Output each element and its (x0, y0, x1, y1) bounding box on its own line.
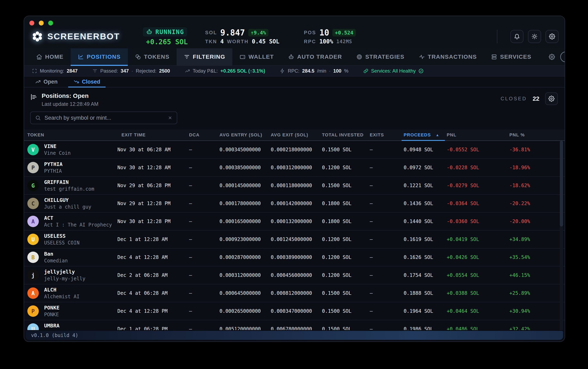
main-nav: HOME POSITIONS TOKENS FILTERING WALLET A… (24, 48, 565, 66)
table-row[interactable]: AALCHAlchemist AI Dec 4 at 06:28 AM – 0.… (24, 284, 565, 302)
settings-button[interactable] (546, 30, 559, 43)
closed-count-label: CLOSED (501, 96, 527, 101)
scrollbar-thumb[interactable] (560, 141, 563, 227)
column-header-pnl-pct[interactable]: PNL % (509, 132, 565, 138)
pnl-value: +0.0464 SOL (447, 308, 509, 314)
status-passed-rejected: Passed: 347 · Rejected: 2500 (92, 68, 170, 74)
column-header-exit-time[interactable]: EXIT TIME (117, 132, 189, 138)
column-header-exits[interactable]: EXITS (370, 132, 404, 138)
total-invested-value: 0.1200 SOL (322, 254, 370, 260)
exits-value: – (370, 290, 404, 296)
theme-toggle-button[interactable] (528, 30, 541, 43)
token-name: Act I : The AI Prophecy (44, 222, 112, 228)
total-invested-value: 0.1500 SOL (322, 308, 370, 314)
token-symbol: ACT (44, 215, 112, 221)
positions-stat-block: POS 10 +0.524 RPC 100% 142MS (304, 29, 356, 44)
nav-settings-icon[interactable] (549, 54, 555, 60)
proceeds-value: 0.1619 SOL (404, 237, 447, 242)
app-header: SCREENERBOT RUNNING +0.265 SOL SOL 9.847… (24, 16, 565, 48)
status-today-pnl: Today P&L: +0.265 SOL (↑3.1%) (185, 68, 265, 74)
nav-item-wallet[interactable]: WALLET (232, 48, 281, 65)
search-icon (35, 115, 41, 121)
table-row[interactable]: BBanComedian Dec 4 at 12:28 AM – 0.00028… (24, 249, 565, 267)
exit-time: Nov 29 at 06:28 PM (117, 183, 189, 188)
token-avatar: P (27, 305, 39, 317)
token-symbol: UMBRA (44, 323, 59, 329)
pnl-value: +0.0554 SOL (447, 272, 509, 278)
server-icon (491, 54, 497, 60)
nav-item-positions[interactable]: POSITIONS (71, 48, 128, 65)
nav-item-strategies[interactable]: STRATEGIES (349, 48, 412, 65)
table-row[interactable]: GGRIFFAINtest griffain.com Nov 29 at 06:… (24, 177, 565, 195)
nav-item-tokens[interactable]: TOKENS (128, 48, 177, 65)
column-header-dca[interactable]: DCA (189, 132, 220, 138)
proceeds-value: 0.1986 SOL (404, 326, 447, 330)
column-header-proceeds[interactable]: PROCEEDS ▲ (404, 130, 447, 140)
table-row[interactable]: UUMBRAUmbra Dec 1 at 06:28 PM – 0.005120… (24, 320, 565, 330)
column-header-avg-exit[interactable]: AVG EXIT (SOL) (271, 132, 322, 138)
table-row[interactable]: UUSELESSUSELESS COIN Dec 1 at 12:28 AM –… (24, 230, 565, 249)
close-window-button[interactable] (29, 20, 34, 25)
column-header-avg-entry[interactable]: AVG ENTRY (SOL) (220, 132, 271, 138)
avg-entry-value: 0.000645000000 (220, 290, 271, 296)
dca-value: – (189, 201, 220, 206)
total-invested-value: 0.1200 SOL (322, 272, 370, 278)
clear-search-icon[interactable] (168, 116, 172, 120)
avg-exit-value: 0.001245000000 (271, 237, 322, 242)
column-header-total-invested[interactable]: TOTAL INVESTED (322, 132, 370, 138)
notifications-button[interactable] (510, 30, 524, 43)
table-row[interactable]: jjellyjellyjelly-my-jelly Dec 2 at 06:28… (24, 267, 565, 284)
sun-icon (531, 33, 537, 40)
table-row[interactable]: AACTAct I : The AI Prophecy Nov 30 at 12… (24, 213, 565, 230)
sol-balance-block: SOL 9.847 ↑9.4% TKN 4 WORTH 0.45 SOL (205, 29, 280, 44)
column-header-token[interactable]: TOKEN (27, 132, 117, 138)
exits-value: – (370, 165, 404, 170)
table-row[interactable]: VVINEVine Coin Nov 30 at 06:28 AM – 0.00… (24, 141, 565, 159)
zoom-window-button[interactable] (48, 20, 53, 25)
column-header-pnl[interactable]: PNL (447, 132, 509, 138)
search-input[interactable] (44, 115, 165, 121)
pnl-value: -0.0364 SOL (447, 201, 509, 206)
nav-item-services[interactable]: SERVICES (484, 48, 538, 65)
rpc-health: 100% (319, 39, 333, 44)
exits-value: – (370, 147, 404, 152)
pnl-pct-value: -20.22% (509, 201, 565, 206)
rpc-label: RPC (304, 39, 316, 44)
avg-exit-value: 0.000347000000 (271, 308, 322, 314)
version-text: v0.1.0 (build 4) (31, 332, 78, 338)
token-name: USELESS COIN (44, 240, 79, 246)
page-title: Positions: Open (42, 92, 98, 99)
token-avatar: A (27, 216, 39, 227)
tab-closed[interactable]: Closed (68, 76, 105, 87)
bot-pnl: +0.265 SOL (143, 38, 188, 46)
table-settings-button[interactable] (545, 92, 558, 105)
dca-value: – (189, 290, 220, 296)
bell-icon (514, 33, 520, 40)
exit-time: Nov 30 at 12:28 PM (117, 219, 189, 224)
last-update-text: Last update 12:28:49 AM (42, 101, 98, 107)
window-controls (29, 20, 53, 25)
link-icon (363, 68, 368, 74)
nav-item-filtering[interactable]: FILTERING (177, 48, 232, 65)
robot-icon (288, 54, 294, 60)
filter-icon (92, 68, 98, 74)
table-row[interactable]: CCHILLGUYJust a chill guy Nov 29 at 12:2… (24, 195, 565, 213)
total-invested-value: 0.1200 SOL (322, 165, 370, 170)
tab-open[interactable]: Open (30, 76, 63, 87)
table-row[interactable]: PPONKEPONKE Dec 4 at 12:28 PM – 0.000265… (24, 302, 565, 320)
total-invested-value: 0.1500 SOL (322, 326, 370, 330)
avg-exit-value: 0.000118000000 (271, 183, 322, 188)
status-services-health[interactable]: Services: All Healthy (363, 68, 424, 74)
chart-icon (78, 54, 84, 60)
table-row[interactable]: PPYTHIAPYTHIA Nov 30 at 12:28 AM – 0.000… (24, 159, 565, 177)
nav-item-auto-trader[interactable]: AUTO TRADER (281, 48, 349, 65)
token-symbol: VINE (44, 143, 71, 149)
nav-item-home[interactable]: HOME (29, 48, 71, 65)
token-symbol: PONKE (44, 305, 59, 311)
dca-value: – (189, 272, 220, 278)
nav-item-transactions[interactable]: TRANSACTIONS (412, 48, 484, 65)
exits-value: – (370, 326, 404, 330)
proceeds-value: 0.1221 SOL (404, 183, 447, 188)
minimize-window-button[interactable] (39, 20, 44, 25)
exit-time: Dec 2 at 06:28 AM (117, 272, 189, 278)
